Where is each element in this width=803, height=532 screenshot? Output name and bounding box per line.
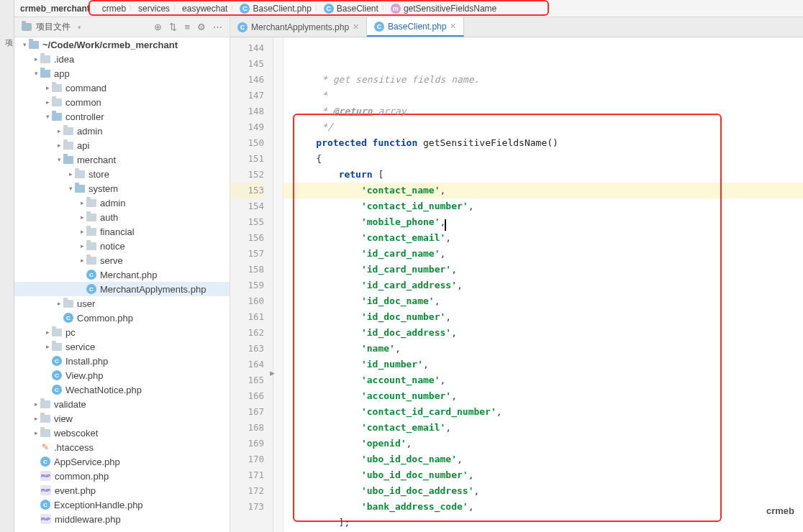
tree-node[interactable]: ▸user — [14, 296, 230, 311]
code-area[interactable]: * get sensitive fields name. * * @return… — [283, 37, 803, 532]
breadcrumb-item[interactable]: CBaseClient — [324, 4, 378, 14]
code-line[interactable]: 'openid', — [294, 436, 803, 451]
tree-node[interactable]: ▸notice — [14, 239, 230, 253]
code-line[interactable]: * — [294, 88, 803, 104]
code-line[interactable]: 'id_doc_address', — [294, 325, 803, 341]
arrow-right-icon[interactable]: ▸ — [43, 98, 52, 106]
breadcrumb-item[interactable]: crmeb_merchant — [20, 4, 90, 14]
dropdown-icon[interactable]: ▾ — [78, 24, 81, 31]
arrow-right-icon[interactable]: ▸ — [32, 429, 40, 436]
editor-tab[interactable]: CBaseClient.php✕ — [367, 17, 464, 37]
toolbar-icon[interactable]: ⋯ — [213, 22, 222, 32]
tree-node[interactable]: CMerchant.php — [14, 267, 230, 282]
code-line[interactable]: 'id_doc_name', — [294, 293, 803, 309]
arrow-down-icon[interactable]: ▾ — [55, 156, 63, 163]
tree-node[interactable]: ▸serve — [14, 253, 230, 267]
code-line[interactable]: protected function getSensitiveFieldsNam… — [294, 135, 803, 151]
code-line[interactable]: * get sensitive fields name. — [294, 72, 803, 88]
tree-node[interactable]: ▾app — [14, 66, 230, 81]
arrow-right-icon[interactable]: ▸ — [78, 214, 86, 221]
code-line[interactable]: 'mobile_phone', — [294, 214, 803, 230]
arrow-right-icon[interactable]: ▸ — [43, 84, 52, 91]
code-line[interactable]: ]; — [294, 515, 803, 531]
arrow-right-icon[interactable]: ▸ — [55, 142, 63, 149]
arrow-right-icon[interactable]: ▸ — [66, 170, 75, 178]
arrow-right-icon[interactable]: ▸ — [32, 400, 40, 408]
tree-node[interactable]: ▸auth — [14, 210, 230, 224]
code-line[interactable]: 'contact_email', — [294, 420, 803, 436]
tree-node[interactable]: ▸command — [14, 81, 230, 95]
tree-node[interactable]: PHPmiddleware.php — [14, 512, 230, 526]
arrow-right-icon[interactable]: ▸ — [55, 127, 63, 134]
code-line[interactable]: 'contact_name', — [294, 183, 803, 198]
code-line[interactable]: 'id_number', — [294, 357, 803, 372]
arrow-right-icon[interactable]: ▸ — [78, 199, 86, 206]
tree-node[interactable]: CAppService.php — [14, 454, 230, 469]
arrow-right-icon[interactable]: ▸ — [78, 257, 86, 264]
arrow-down-icon[interactable]: ▾ — [66, 185, 75, 192]
code-line[interactable]: */ — [294, 119, 803, 135]
tree-node[interactable]: ▸service — [14, 339, 230, 354]
breadcrumb-item[interactable]: CBaseClient.php — [240, 4, 311, 14]
code-line[interactable]: 'id_doc_number', — [294, 309, 803, 325]
toolbar-icon[interactable]: ⊕ — [154, 22, 162, 32]
arrow-down-icon[interactable]: ▾ — [20, 41, 29, 48]
tree-node[interactable]: ▾system — [14, 181, 230, 196]
code-line[interactable]: 'ubo_id_doc_address', — [294, 483, 803, 499]
breadcrumb-item[interactable]: easywechat — [182, 4, 227, 14]
tree-node[interactable]: ▸store — [14, 167, 230, 181]
tree-node[interactable]: ▾merchant — [14, 152, 230, 167]
toolbar-icon[interactable]: ≡ — [184, 22, 190, 32]
code-line[interactable]: 'name', — [294, 341, 803, 357]
code-line[interactable]: 'contact_email', — [294, 230, 803, 246]
arrow-right-icon[interactable]: ▸ — [32, 55, 40, 63]
code-line[interactable]: 'ubo_id_doc_number', — [294, 467, 803, 483]
tree-node[interactable]: ▸common — [14, 95, 230, 109]
tree-node[interactable]: ▾~/Code/Work/crmeb_merchant — [14, 37, 230, 52]
arrow-right-icon[interactable]: ▸ — [43, 343, 52, 350]
tree-node[interactable]: ▸api — [14, 138, 230, 152]
tree-node[interactable]: CExceptionHandle.php — [14, 497, 230, 512]
arrow-down-icon[interactable]: ▾ — [32, 70, 40, 77]
code-line[interactable]: 'id_card_name', — [294, 246, 803, 262]
tree-node[interactable]: ✎.htaccess — [14, 440, 230, 454]
code-line[interactable]: 'bank_address_code', — [294, 499, 803, 515]
code-line[interactable]: 'contact_id_number', — [294, 198, 803, 214]
tree-node[interactable]: CCommon.php — [14, 311, 230, 325]
editor-tab[interactable]: CMerchantApplyments.php✕ — [230, 17, 367, 37]
code-line[interactable]: 'ubo_id_doc_name', — [294, 451, 803, 467]
code-line[interactable]: 'account_name', — [294, 372, 803, 388]
code-line[interactable]: * @return array — [294, 104, 803, 119]
arrow-right-icon[interactable]: ▸ — [32, 415, 40, 422]
tree-node[interactable]: PHPcommon.php — [14, 469, 230, 483]
arrow-right-icon[interactable]: ▸ — [78, 242, 86, 249]
toolbar-icon[interactable]: ⚙ — [197, 22, 206, 32]
breadcrumb-item[interactable]: crmeb — [102, 4, 126, 14]
code-line[interactable]: return [ — [294, 167, 803, 183]
tree-node[interactable]: CView.php — [14, 368, 230, 382]
code-line[interactable]: 'id_card_number', — [294, 262, 803, 278]
tree-node[interactable]: CWechatNotice.php — [14, 382, 230, 397]
tree-node[interactable]: ▸financial — [14, 224, 230, 239]
tree-node[interactable]: ▸admin — [14, 196, 230, 210]
tree-node[interactable]: ▸.idea — [14, 52, 230, 66]
breadcrumb-item[interactable]: services — [138, 4, 170, 14]
arrow-down-icon[interactable]: ▾ — [43, 113, 52, 120]
tree-node[interactable]: ▸validate — [14, 397, 230, 411]
project-tree[interactable]: ▾~/Code/Work/crmeb_merchant▸.idea▾app▸co… — [14, 37, 230, 532]
tree-node[interactable]: ▾controller — [14, 109, 230, 124]
collapse-handle-icon[interactable]: ▶ — [270, 370, 275, 377]
code-line[interactable]: 'id_card_address', — [294, 278, 803, 293]
tree-node[interactable]: PHPevent.php — [14, 483, 230, 497]
tree-node[interactable]: CMerchantApplyments.php — [14, 282, 230, 296]
tree-node[interactable]: CInstall.php — [14, 354, 230, 368]
tree-node[interactable]: ▸view — [14, 411, 230, 426]
tree-node[interactable]: ▸pc — [14, 325, 230, 339]
code-line[interactable]: 'account_number', — [294, 388, 803, 404]
code-line[interactable]: { — [294, 151, 803, 167]
tree-node[interactable]: ▸admin — [14, 124, 230, 138]
arrow-right-icon[interactable]: ▸ — [43, 329, 52, 336]
toolbar-icon[interactable]: ⇅ — [169, 22, 177, 32]
arrow-right-icon[interactable]: ▸ — [55, 300, 63, 307]
tree-node[interactable]: ▸webscoket — [14, 426, 230, 440]
